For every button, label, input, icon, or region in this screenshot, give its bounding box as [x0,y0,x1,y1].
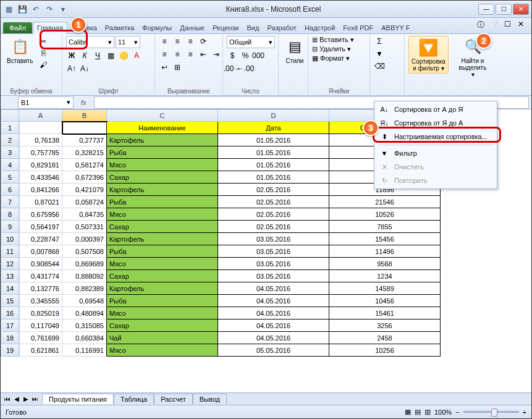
cell[interactable]: Мясо [107,344,218,357]
sheet-nav-last[interactable]: ⏭ [31,396,40,402]
tab-developer[interactable]: Разработ [263,22,300,33]
cell[interactable]: Чай [107,332,218,344]
paste-button[interactable]: 📋 Вставить [4,36,35,66]
cell[interactable]: Мясо [107,208,218,221]
cell[interactable]: Сахар [107,270,218,282]
cell[interactable]: 0,841266 [19,184,62,196]
window-restore-icon[interactable]: ☐ [504,20,514,30]
qat-more-icon[interactable]: ▾ [57,4,69,15]
cell[interactable]: 0,76138 [19,134,62,146]
zoom-out-icon[interactable]: − [455,408,459,416]
row-header[interactable]: 6 [1,184,19,196]
cell[interactable]: 04.05.2016 [218,282,329,295]
cell[interactable]: 02.05.2016 [218,196,329,208]
cell[interactable]: 0,433546 [19,171,62,184]
cell[interactable]: Картофель [107,233,218,245]
cell[interactable]: 0,27737 [62,134,107,146]
cell[interactable]: Картофель [107,282,218,295]
zoom-value[interactable]: 100% [434,408,452,416]
cell[interactable] [62,122,107,134]
sheet-tab-1[interactable]: Продукты питания [42,394,114,404]
cell[interactable]: 01.05.2016 [218,146,329,159]
cell[interactable]: Сахар [107,320,218,332]
save-icon[interactable]: 💾 [17,4,28,15]
align-middle-icon[interactable]: ≡ [172,36,183,47]
sort-filter-button[interactable]: 🔽 Сортировка и фильтр ▾ [408,36,449,74]
cell[interactable]: 0,116991 [62,344,107,357]
tab-abbyy[interactable]: ABBYY F [378,22,413,33]
cell[interactable]: Дата [218,122,329,134]
row-header[interactable]: 9 [1,221,19,233]
increase-font-icon[interactable]: A↑ [66,63,77,74]
cell[interactable]: Рыба [107,245,218,258]
col-header-b[interactable]: B [62,109,107,122]
cell[interactable]: 0,132776 [19,282,62,295]
cells-insert-button[interactable]: ⊞ Вставить ▾ [312,36,354,44]
row-header[interactable]: 12 [1,258,19,270]
tab-formulas[interactable]: Формулы [138,22,175,33]
align-bottom-icon[interactable]: ≡ [185,36,196,47]
cell[interactable]: 0,421079 [62,184,107,196]
cell[interactable]: 0,757785 [19,146,62,159]
tab-foxit[interactable]: Foxit PDF [339,22,377,33]
cell[interactable]: 10456 [329,295,441,307]
cell[interactable]: Картофель [107,184,218,196]
cell[interactable]: 05.05.2016 [218,344,329,357]
sort-za-item[interactable]: Я↓Сортировка от Я до А [376,116,496,130]
percent-icon[interactable]: % [240,50,251,61]
align-right-icon[interactable]: ≡ [185,49,196,60]
cell[interactable]: 0,672396 [62,171,107,184]
cell[interactable]: 0,480894 [62,307,107,320]
cell[interactable]: 03.05.2016 [218,233,329,245]
tab-addins[interactable]: Надстрой [301,22,339,33]
cells-delete-button[interactable]: ⊟ Удалить ▾ [312,45,351,53]
zoom-in-icon[interactable]: + [523,408,526,416]
cell[interactable]: Мясо [107,258,218,270]
row-header[interactable]: 14 [1,282,19,295]
cell[interactable]: 0,117049 [19,320,62,332]
cell[interactable]: 15461 [329,307,441,320]
cell[interactable]: 0,675956 [19,208,62,221]
cell[interactable]: 0,825019 [19,307,62,320]
cell[interactable]: Рыба [107,295,218,307]
custom-sort-item[interactable]: ⬍Настраиваемая сортировка... [376,130,496,143]
tab-review[interactable]: Рецензи [209,22,243,33]
dec-decimal-icon[interactable]: ←.00 [240,63,251,74]
cell[interactable]: 02.05.2016 [218,221,329,233]
cell[interactable]: 0,69548 [62,295,107,307]
doc-close-icon[interactable]: ✕ [518,20,528,30]
view-normal-icon[interactable]: ▦ [405,408,411,416]
row-header[interactable]: 11 [1,245,19,258]
cell[interactable]: 0,328215 [62,146,107,159]
sheet-tab-4[interactable]: Вывод [193,394,227,404]
cell[interactable]: 7855 [329,221,441,233]
row-header[interactable]: 4 [1,159,19,171]
cell[interactable]: 0,507508 [62,245,107,258]
cell[interactable]: 0,882389 [62,282,107,295]
font-name-combo[interactable]: Calibri▾ [66,36,114,48]
cell[interactable]: 0,84735 [62,208,107,221]
cell[interactable]: 11496 [329,245,441,258]
cell[interactable]: 0,007868 [19,245,62,258]
sheet-nav-prev[interactable]: ◀ [12,396,21,402]
fill-color-icon[interactable]: 🟡 [118,50,129,61]
col-header-d[interactable]: D [218,109,329,122]
row-header[interactable]: 8 [1,208,19,221]
row-header[interactable]: 16 [1,307,19,320]
cell[interactable]: Сахар [107,221,218,233]
tab-data[interactable]: Данные [176,22,208,33]
undo-icon[interactable]: ↶ [30,4,41,15]
file-tab[interactable]: Файл [3,22,32,33]
cell[interactable]: 01.05.2016 [218,159,329,171]
indent-inc-icon[interactable]: ⇥ [211,49,222,60]
underline-icon[interactable]: Ч [92,50,103,61]
currency-icon[interactable]: $ [227,50,238,61]
row-header[interactable]: 3 [1,146,19,159]
col-header-a[interactable]: A [19,109,62,122]
row-header[interactable]: 7 [1,196,19,208]
cell[interactable]: Рыба [107,146,218,159]
minimize-button[interactable]: — [478,4,494,15]
cell[interactable]: 0,888092 [62,270,107,282]
row-header[interactable]: 15 [1,295,19,307]
tab-layout[interactable]: Разметка [101,22,138,33]
